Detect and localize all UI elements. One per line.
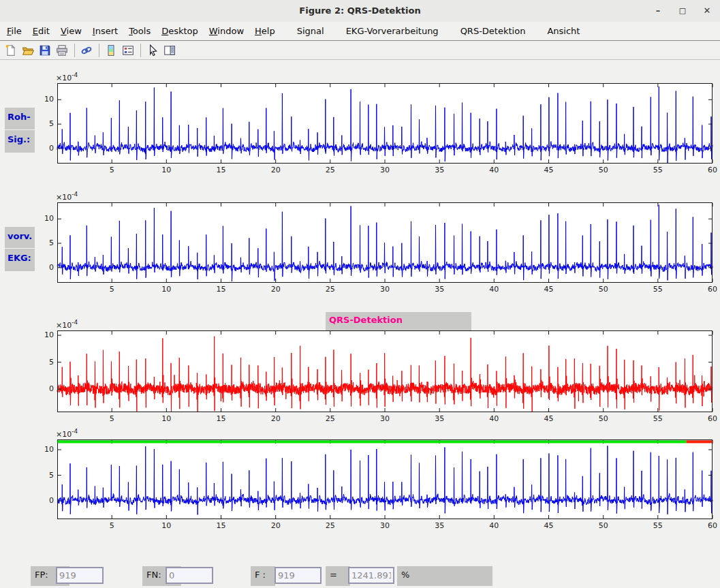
chain-link-icon (80, 44, 93, 57)
y-tick-label: 0 (32, 263, 54, 272)
x-tick-label: 10 (156, 285, 176, 294)
x-tick-label: 20 (266, 414, 286, 423)
menu-item-insert[interactable]: Insert (87, 22, 123, 40)
x-tick-label: 40 (484, 285, 504, 294)
menubar: FileEditViewInsertToolsDesktopWindowHelp… (0, 22, 720, 41)
x-tick-label: 20 (266, 521, 286, 530)
axes-vorv-ekg (57, 202, 713, 283)
x-tick-label: 25 (320, 521, 341, 530)
menu-item-qrs-detektion[interactable]: QRS-Detektion (455, 22, 531, 40)
x-tick-label: 60 (702, 166, 720, 174)
y-tick-label: 10 (32, 330, 54, 339)
x-tick-label: 5 (101, 166, 122, 174)
result-input[interactable] (348, 567, 394, 584)
x-tick-label: 20 (266, 285, 286, 294)
print-figure-button[interactable] (54, 42, 70, 59)
x-tick-label: 55 (648, 521, 668, 530)
y-tick-label: 0 (32, 144, 54, 153)
x-tick-label: 50 (593, 285, 614, 294)
x-tick-label: 15 (211, 521, 232, 530)
printer-icon (56, 44, 68, 57)
y-tick-label: 10 (32, 214, 54, 223)
x-tick-label: 40 (484, 166, 504, 174)
f-input[interactable] (275, 567, 322, 584)
toolbar-separator (140, 44, 141, 57)
equals-label: = (326, 566, 350, 586)
y-axis-exponent-label: ×10-4 (56, 428, 78, 439)
close-button[interactable]: ✕ (700, 4, 715, 18)
new-document-icon (5, 44, 17, 57)
menu-item-ekg-vorverarbeitung[interactable]: EKG-Vorverarbeitung (341, 22, 444, 40)
menu-item-tools[interactable]: Tools (123, 22, 156, 40)
open-file-button[interactable] (20, 42, 36, 59)
y-tick-label: 5 (32, 119, 54, 128)
x-tick-label: 40 (484, 414, 504, 423)
axes-roh-signal (57, 83, 713, 164)
toolbar-separator (74, 44, 75, 57)
x-tick-label: 35 (429, 414, 450, 423)
x-tick-label: 10 (156, 414, 176, 423)
figure-window: Figure 2: QRS-Detektion – ◻ ✕ FileEditVi… (0, 0, 720, 588)
vorv-label-line2: EKG: (5, 249, 35, 271)
arrow-pointer-icon (146, 44, 159, 57)
insert-legend-button[interactable] (120, 42, 136, 59)
menu-item-signal[interactable]: Signal (292, 22, 330, 40)
menu-item-view[interactable]: View (55, 22, 87, 40)
menu-item-file[interactable]: File (1, 22, 27, 40)
x-tick-label: 15 (211, 166, 232, 174)
colorbar-icon (105, 44, 117, 57)
threshold-line-green (58, 440, 687, 443)
legend-icon (122, 44, 134, 57)
f-label: F : (251, 566, 275, 586)
insert-colorbar-button[interactable] (103, 42, 119, 59)
maximize-button[interactable]: ◻ (675, 4, 690, 18)
x-tick-label: 55 (648, 285, 668, 294)
x-tick-label: 50 (593, 521, 614, 530)
titlebar: Figure 2: QRS-Detektion – ◻ ✕ (0, 0, 720, 22)
x-tick-label: 50 (593, 166, 614, 174)
x-tick-label: 35 (429, 285, 450, 294)
vorv-label-line1: vorv. (5, 227, 35, 248)
roh-label-line2: Sig.: (5, 130, 35, 153)
x-tick-label: 55 (648, 414, 668, 423)
x-tick-label: 25 (320, 285, 341, 294)
x-tick-label: 5 (101, 285, 122, 294)
roh-label-line1: Roh- (5, 108, 35, 129)
plot-detektion-schwelle[interactable]: 510152025303540455055600510×10-4 (57, 439, 713, 519)
y-axis-exponent-label: ×10-4 (56, 72, 78, 82)
menu-item-desktop[interactable]: Desktop (156, 22, 204, 40)
y-tick-label: 5 (32, 238, 54, 247)
x-tick-label: 5 (101, 414, 122, 423)
x-tick-label: 50 (593, 414, 614, 423)
axes-detektion-schwelle (57, 439, 713, 519)
link-plot-button[interactable] (78, 42, 95, 59)
plot-roh-signal[interactable]: 510152025303540455055600510×10-4 (57, 83, 713, 164)
y-tick-label: 5 (32, 471, 54, 480)
x-tick-label: 25 (320, 414, 341, 423)
plot-qrs-detektion[interactable]: 510152025303540455055600510×10-4 (57, 330, 713, 412)
y-tick-label: 5 (32, 358, 54, 367)
plot-tools-button[interactable] (161, 42, 178, 59)
menu-item-edit[interactable]: Edit (27, 22, 55, 40)
fp-input[interactable] (56, 567, 104, 584)
menu-item-help[interactable]: Help (249, 22, 281, 40)
x-tick-label: 60 (702, 521, 720, 530)
x-tick-label: 25 (320, 166, 341, 174)
percent-label: % (397, 566, 492, 586)
x-tick-label: 10 (156, 521, 176, 530)
edit-plot-button[interactable] (144, 42, 161, 59)
fn-input[interactable] (166, 567, 213, 584)
menu-item-ansicht[interactable]: Ansicht (542, 22, 585, 40)
save-figure-button[interactable] (37, 42, 53, 59)
axes-qrs-detektion (57, 330, 713, 412)
x-tick-label: 55 (648, 166, 668, 174)
save-floppy-icon (39, 44, 51, 57)
y-tick-label: 10 (32, 95, 54, 104)
menu-item-window[interactable]: Window (204, 22, 249, 40)
toolbar (0, 41, 720, 60)
new-figure-button[interactable] (3, 42, 19, 59)
x-tick-label: 35 (429, 166, 450, 174)
x-tick-label: 30 (375, 521, 395, 530)
minimize-button[interactable]: – (651, 4, 666, 18)
plot-vorv-ekg[interactable]: 510152025303540455055600510×10-4 (57, 202, 713, 283)
